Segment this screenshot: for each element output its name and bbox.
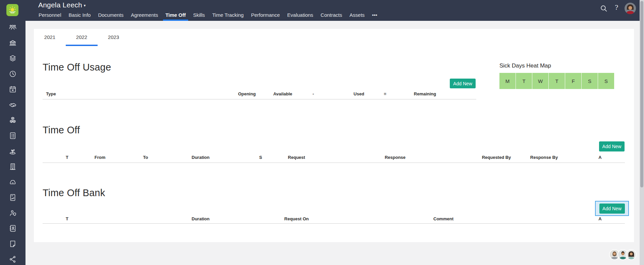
address-book-icon[interactable]: [9, 224, 17, 232]
bank-col-t: T: [66, 214, 68, 223]
timeoff-col-to: To: [143, 152, 148, 163]
timeoff-col-response: Response: [385, 152, 406, 163]
usage-col-remaining: Remaining: [414, 89, 436, 99]
heatmap-cell-tue: T: [516, 73, 532, 89]
year-tabs: 2021 2022 2023: [34, 30, 129, 46]
tab-more-ellipsis[interactable]: •••: [368, 10, 381, 21]
tab-skills[interactable]: Skills: [190, 10, 209, 21]
usage-col-type: Type: [46, 89, 56, 99]
building-icon[interactable]: [9, 163, 17, 171]
timeoff-col-a: A: [598, 152, 601, 163]
time-off-bank-title: Time Off Bank: [43, 187, 105, 198]
user-avatar[interactable]: [625, 3, 636, 14]
vertical-scrollbar-thumb[interactable]: [640, 1, 643, 187]
sick-days-heat-map: M T W T F S S: [499, 73, 614, 89]
usage-col-used: Used: [354, 89, 364, 99]
employee-name-dropdown[interactable]: Angela Leech▾: [38, 1, 86, 9]
guard-icon[interactable]: [9, 209, 17, 217]
heatmap-cell-wed: W: [532, 73, 548, 89]
bank-col-request-on: Request On: [284, 214, 309, 223]
tab-performance[interactable]: Performance: [247, 10, 283, 21]
sidebar-icon-list: [0, 24, 25, 263]
heatmap-cell-sat: S: [582, 73, 598, 89]
year-tab-2022[interactable]: 2022: [66, 30, 98, 46]
help-icon[interactable]: ?: [615, 4, 618, 11]
heatmap-cell-mon: M: [499, 73, 516, 89]
bank-col-duration: Duration: [192, 214, 209, 223]
car-icon[interactable]: [9, 178, 17, 186]
handshake-icon[interactable]: [9, 101, 17, 109]
time-off-card: 2021 2022 2023 Time Off Usage Add New Ty…: [34, 29, 634, 242]
team-avatars: [609, 249, 637, 260]
usage-col-opening: Opening: [238, 89, 256, 99]
heatmap-cell-sun: S: [598, 73, 614, 89]
timeoff-col-t: T: [66, 152, 68, 163]
search-icon[interactable]: [600, 4, 608, 12]
avatar-coworker-3[interactable]: [626, 249, 637, 260]
usage-col-equals: =: [384, 89, 386, 99]
employee-tabs-nav: Personnel Basic Info Documents Agreement…: [35, 10, 381, 21]
tab-time-tracking[interactable]: Time Tracking: [209, 10, 248, 21]
highlight-ring: Add New: [595, 201, 629, 216]
time-off-table-header: T From To Duration S Request Response Re…: [43, 152, 625, 163]
tab-personnel[interactable]: Personnel: [35, 10, 65, 21]
year-tab-2021[interactable]: 2021: [34, 30, 66, 46]
people-icon[interactable]: [9, 24, 17, 32]
page-title: Angela Leech: [38, 1, 82, 9]
layers-icon[interactable]: [9, 54, 17, 62]
tab-basic-info[interactable]: Basic Info: [65, 10, 95, 21]
usage-col-minus: -: [313, 89, 314, 99]
bank-table-header: T Duration Request On Comment A: [43, 214, 625, 224]
tab-evaluations[interactable]: Evaluations: [283, 10, 317, 21]
timeoff-col-s: S: [259, 152, 262, 163]
usage-table-header: Type Opening Available - Used = Remainin…: [43, 89, 476, 99]
checklist-icon[interactable]: [9, 132, 17, 140]
timeoff-col-from: From: [95, 152, 106, 163]
vertical-scrollbar-track: [640, 0, 644, 265]
tab-contracts[interactable]: Contracts: [317, 10, 346, 21]
time-off-title: Time Off: [43, 125, 80, 136]
growth-icon[interactable]: [9, 147, 17, 155]
time-off-usage-title: Time Off Usage: [43, 62, 111, 73]
heatmap-cell-fri: F: [565, 73, 581, 89]
heatmap-cell-thu: T: [549, 73, 565, 89]
chevron-down-icon: ▾: [84, 3, 86, 7]
year-tab-2023[interactable]: 2023: [98, 30, 129, 46]
usage-col-available: Available: [273, 89, 292, 99]
sunrise-logo[interactable]: [6, 4, 18, 16]
share-icon[interactable]: [9, 255, 17, 263]
timeoff-col-duration: Duration: [192, 152, 209, 163]
tab-time-off[interactable]: Time Off: [162, 10, 190, 21]
calendar-remove-icon[interactable]: [9, 85, 17, 93]
tab-agreements[interactable]: Agreements: [127, 10, 162, 21]
usage-add-new-button[interactable]: Add New: [450, 79, 476, 88]
tab-documents[interactable]: Documents: [94, 10, 127, 21]
time-off-add-new-button[interactable]: Add New: [599, 141, 625, 151]
timeoff-col-response-by: Response By: [530, 152, 558, 163]
timeoff-col-request: Request: [288, 152, 305, 163]
timeoff-col-requested-by: Requested By: [482, 152, 511, 163]
left-sidebar: [0, 0, 25, 265]
bank-col-comment: Comment: [433, 214, 453, 223]
note-icon[interactable]: [9, 240, 17, 248]
bank-icon[interactable]: [9, 39, 17, 47]
sick-days-heat-map-title: Sick Days Heat Map: [499, 62, 551, 69]
bank-col-a: A: [598, 214, 601, 223]
bank-add-new-button[interactable]: Add New: [599, 204, 625, 214]
tab-assets[interactable]: Assets: [346, 10, 368, 21]
cubes-icon[interactable]: [9, 116, 17, 124]
clock-icon[interactable]: [9, 70, 17, 78]
report-icon[interactable]: [9, 193, 17, 202]
